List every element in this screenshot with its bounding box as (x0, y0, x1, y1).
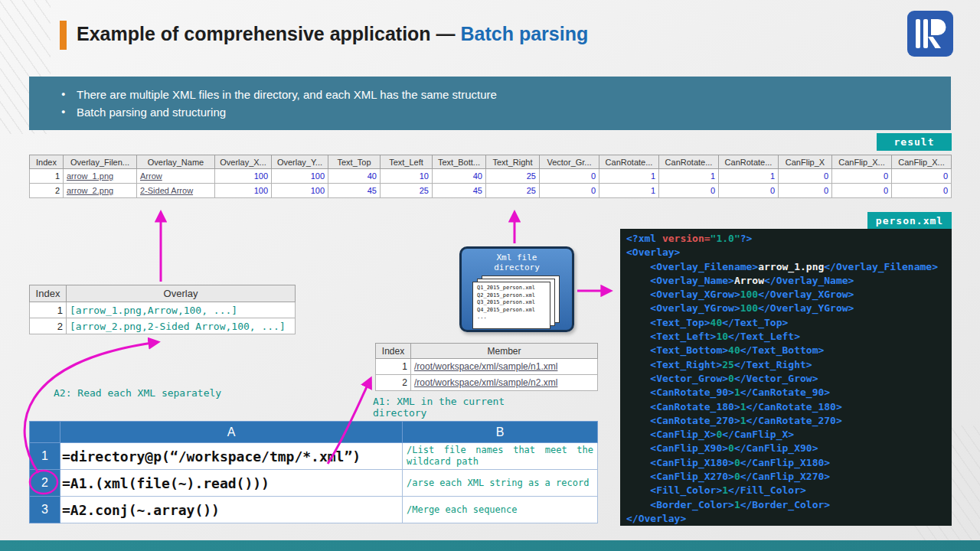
banner-bullet-2-text: Batch parsing and structuring (77, 103, 226, 121)
link-cell[interactable]: Arrow (137, 169, 215, 184)
cell-a1-formula[interactable]: =directory@p(“/workspace/tmp/*.xml”) (60, 443, 403, 470)
banner-bullet-2: Batch parsing and structuring (61, 103, 951, 121)
result-badge: result (877, 133, 952, 151)
page-title: Example of comprehensive application — B… (77, 23, 588, 45)
grid-column-b-header[interactable]: B (403, 422, 598, 443)
cell-a3-formula[interactable]: =A2.conj(~.array()) (60, 497, 403, 523)
script-grid: A B 1 =directory@p(“/workspace/tmp/*.xml… (29, 421, 598, 523)
value-cell: 1 (719, 169, 779, 184)
value-cell: 25 (381, 184, 433, 198)
code-line: <CanFlip_X180>0</CanFlip_X180> (626, 456, 952, 470)
script-row-1: 1 =directory@p(“/workspace/tmp/*.xml”) /… (30, 443, 598, 470)
column-header: CanRotate... (719, 155, 779, 169)
column-header: CanFlip_X... (892, 155, 952, 169)
value-cell: 10 (381, 169, 433, 184)
xml-code: <?xml version="1.0"?><Overlay> <Overlay_… (626, 232, 952, 526)
code-line: </Overlay> (626, 512, 952, 526)
row-index-cell: 2 (30, 184, 64, 198)
column-header: CanFlip_X... (832, 155, 892, 169)
member-table: IndexMember1/root/workspace/xml/sample/n… (375, 343, 598, 391)
link-cell[interactable]: arrow_2.png (64, 184, 137, 198)
value-cell: 100 (272, 169, 328, 184)
code-line: <CanFlip_X270>0</CanFlip_X270> (626, 470, 952, 484)
column-header: Overlay_Name (137, 155, 215, 169)
value-cell: 25 (486, 184, 540, 198)
column-header: CanRotate... (659, 155, 719, 169)
link-cell[interactable]: arrow_1.png (64, 169, 137, 184)
value-cell: 1 (659, 169, 719, 184)
header-row: IndexOverlay (30, 285, 296, 302)
code-line: <CanFlip_X>0</CanFlip_X> (626, 428, 952, 442)
value-cell: 1 (599, 169, 659, 184)
value-cell: 0 (779, 169, 832, 184)
table-row: 2/root/workspace/xml/sample/n2.xml (376, 375, 598, 391)
code-line: <Overlay_Name>Arrow</Overlay_Name> (626, 274, 952, 288)
link-cell[interactable]: /root/workspace/xml/sample/n2.xml (411, 375, 598, 391)
sequence-cell: [arrow_2.png,2-Sided Arrow,100, ...] (67, 318, 296, 334)
column-header: Text_Top (328, 155, 381, 169)
xml-file-name: Q1_2015_person.xml (477, 285, 550, 292)
value-cell: 0 (892, 184, 952, 198)
value-cell: 0 (832, 169, 892, 184)
sequence-cell: [arrow_1.png,Arrow,100, ...] (67, 302, 296, 318)
row-index-cell: 1 (376, 359, 411, 375)
banner-bullet-1: There are multiple XML files in the dire… (61, 86, 951, 103)
code-line: <Overlay_Filename>arrow_1.png</Overlay_F… (626, 260, 952, 274)
link-cell[interactable]: 2-Sided Arrow (137, 184, 215, 198)
header-row: IndexMember (376, 344, 598, 359)
column-header: Index (30, 285, 67, 302)
code-line: <CanFlip_X90>0</CanFlip_X90> (626, 442, 952, 455)
footer-bar (0, 540, 980, 551)
code-line: <Overlay_YGrow>100</Overlay_YGrow> (626, 302, 952, 315)
link-cell[interactable]: /root/workspace/xml/sample/n1.xml (411, 359, 598, 375)
grid-column-a-header[interactable]: A (60, 422, 403, 443)
row-index-cell: 2 (30, 318, 67, 334)
banner-bullet-1-text: There are multiple XML files in the dire… (77, 86, 497, 103)
column-header: CanRotate... (599, 155, 659, 169)
cell-b2-comment[interactable]: /arse each XML string as a record (403, 470, 598, 497)
code-line: <?xml version="1.0"?> (626, 232, 952, 246)
column-header: Index (30, 155, 64, 169)
value-cell: 25 (486, 169, 540, 184)
value-cell: 0 (719, 184, 779, 198)
header-row: IndexOverlay_Filen...Overlay_NameOverlay… (30, 155, 952, 169)
raqsoft-logo (907, 11, 953, 57)
xml-directory-box: Xml file directory Q1_2015_person.xmlQ2_… (459, 246, 574, 332)
value-cell: 1 (599, 184, 659, 198)
person-xml-code-panel: <?xml version="1.0"?><Overlay> <Overlay_… (620, 229, 952, 526)
row-3-header[interactable]: 3 (30, 497, 60, 523)
value-cell: 45 (328, 184, 381, 198)
row-index-cell: 1 (30, 169, 64, 184)
column-header: Overlay_X... (215, 155, 272, 169)
value-cell: 0 (540, 169, 599, 184)
page-title-text: Example of comprehensive application — (77, 23, 461, 44)
cell-b3-comment[interactable]: /Merge each sequence (403, 497, 598, 523)
raqsoft-logo-icon (907, 11, 953, 57)
table-row: 1[arrow_1.png,Arrow,100, ...] (30, 302, 296, 318)
table-row: 1/root/workspace/xml/sample/n1.xml (376, 359, 598, 375)
cell-b1-comment[interactable]: /List file names that meet the wildcard … (403, 443, 598, 470)
overlay-table: IndexOverlay1[arrow_1.png,Arrow,100, ...… (29, 285, 296, 334)
xml-file-name: Q3_2015_person.xml (477, 299, 550, 307)
value-cell: 40 (328, 169, 381, 184)
value-cell: 0 (892, 169, 952, 184)
code-line: <Text_Bottom>40</Text_Bottom> (626, 344, 952, 357)
value-cell: 0 (659, 184, 719, 198)
code-line: <CanRotate_90>1</CanRotate_90> (626, 386, 952, 399)
value-cell: 0 (832, 184, 892, 198)
table-row: 1arrow_1.pngArrow100100401040250111000 (30, 169, 952, 184)
row-2-header[interactable]: 2 (30, 470, 60, 497)
file-stack-icon: Q1_2015_person.xmlQ2_2015_person.xmlQ3_2… (472, 276, 561, 331)
code-line: <Vector_Grow>0</Vector_Grow> (626, 372, 952, 386)
cell-a2-formula[interactable]: =A1.(xml(file(~).read())) (60, 470, 403, 497)
person-xml-badge: person.xml (867, 212, 952, 230)
result-table-container: IndexOverlay_Filen...Overlay_NameOverlay… (29, 155, 952, 198)
column-header: Text_Bott... (433, 155, 486, 169)
value-cell: 100 (215, 184, 272, 198)
row-1-header[interactable]: 1 (30, 443, 60, 470)
annotation-a1: A1: XML in the current directory (373, 396, 515, 419)
column-header: Member (411, 344, 598, 359)
code-line: <Text_Left>10</Text_Left> (626, 330, 952, 344)
column-header: Text_Left (381, 155, 433, 169)
xml-file-name: Q4_2015_person.xml (477, 307, 550, 315)
